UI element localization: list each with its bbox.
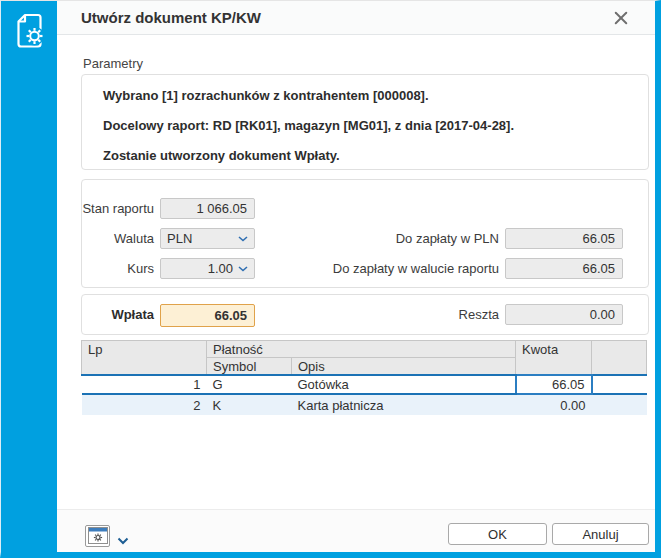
wplata-input[interactable]: 66.05 bbox=[160, 304, 255, 327]
document-gear-icon bbox=[12, 12, 46, 50]
header-platnosc: Płatność bbox=[207, 341, 516, 358]
cell-symbol[interactable]: K bbox=[207, 394, 292, 415]
kurs-select[interactable]: 1.00 bbox=[160, 258, 255, 279]
do-zaplaty-walucie-field: 66.05 bbox=[505, 258, 623, 279]
table-row-karta[interactable]: 2 K Karta płatnicza 0.00 bbox=[82, 394, 647, 415]
cell-symbol[interactable]: G bbox=[207, 375, 292, 394]
cancel-button[interactable]: Anuluj bbox=[552, 523, 649, 545]
kurs-label: Kurs bbox=[82, 261, 154, 276]
stan-raportu-row: Stan raportu 1 066.05 bbox=[82, 198, 648, 219]
summary-line-selection: Wybrano [1] rozrachunków z kontrahentem … bbox=[103, 88, 627, 104]
settings-button[interactable] bbox=[85, 525, 110, 547]
kwota-editor-cell[interactable]: 66.05 bbox=[516, 375, 592, 394]
parameters-group-label: Parametry bbox=[83, 56, 143, 71]
kurs-row: Kurs 1.00 Do zapłaty w walucie raportu 6… bbox=[82, 258, 648, 279]
dialog-title: Utwórz dokument KP/KW bbox=[81, 9, 261, 26]
cell-lp[interactable]: 2 bbox=[82, 394, 207, 415]
header-symbol: Symbol bbox=[207, 358, 292, 376]
reszta-field: 0.00 bbox=[505, 304, 623, 325]
payments-table: Lp Płatność Kwota Symbol Opis 1 G Gotówk… bbox=[81, 340, 647, 415]
chevron-down-icon bbox=[117, 537, 129, 545]
wplata-row: Wpłata 66.05 Reszta 0.00 bbox=[82, 304, 648, 325]
cell-lp[interactable]: 1 bbox=[82, 375, 207, 394]
wplata-label: Wpłata bbox=[82, 307, 154, 322]
close-icon[interactable] bbox=[614, 11, 628, 25]
waluta-value: PLN bbox=[167, 231, 238, 246]
header-lp: Lp bbox=[82, 341, 207, 376]
dialog-accent-sidebar bbox=[1, 1, 57, 552]
cell-opis[interactable]: Gotówka bbox=[292, 375, 516, 394]
stan-raportu-label: Stan raportu bbox=[82, 201, 154, 216]
waluta-label: Waluta bbox=[82, 231, 154, 246]
chevron-down-icon bbox=[238, 266, 248, 272]
do-zaplaty-walucie-label: Do zapłaty w walucie raportu bbox=[292, 261, 499, 276]
header-kwota: Kwota bbox=[516, 341, 592, 376]
cell-kwota[interactable]: 0.00 bbox=[516, 394, 592, 415]
dialog-footer: OK Anuluj bbox=[57, 509, 656, 553]
dialog-titlebar: Utwórz dokument KP/KW bbox=[57, 1, 656, 35]
window-gear-icon bbox=[88, 527, 108, 544]
fields-box: Stan raportu 1 066.05 Waluta PLN Do zapł… bbox=[81, 179, 649, 288]
cell-opis[interactable]: Karta płatnicza bbox=[292, 394, 516, 415]
do-zaplaty-pln-field: 66.05 bbox=[505, 228, 623, 249]
ok-button[interactable]: OK bbox=[448, 523, 547, 545]
waluta-select[interactable]: PLN bbox=[160, 228, 255, 249]
table-header-row-1: Lp Płatność Kwota bbox=[82, 341, 647, 358]
header-extra bbox=[592, 341, 647, 376]
waluta-row: Waluta PLN Do zapłaty w PLN 66.05 bbox=[82, 228, 648, 249]
summary-line-target-report: Docelowy raport: RD [RK01], magazyn [MG0… bbox=[103, 118, 627, 134]
table-row-gotowka[interactable]: 1 G Gotówka 66.05 bbox=[82, 375, 647, 394]
summary-box: Wybrano [1] rozrachunków z kontrahentem … bbox=[81, 74, 649, 170]
dialog-content: Parametry Wybrano [1] rozrachunków z kon… bbox=[57, 36, 656, 509]
create-kpkw-dialog: Utwórz dokument KP/KW Parametry Wybrano … bbox=[0, 0, 661, 558]
kurs-value: 1.00 bbox=[167, 261, 238, 276]
cell-extra bbox=[592, 375, 647, 394]
cell-extra bbox=[592, 394, 647, 415]
summary-line-document-type: Zostanie utworzony dokument Wpłaty. bbox=[103, 148, 627, 164]
settings-expand-chevron[interactable] bbox=[117, 531, 129, 549]
stan-raportu-field: 1 066.05 bbox=[160, 198, 255, 219]
chevron-down-icon bbox=[238, 236, 248, 242]
do-zaplaty-pln-label: Do zapłaty w PLN bbox=[292, 231, 499, 246]
header-opis: Opis bbox=[292, 358, 516, 376]
payment-box: Wpłata 66.05 Reszta 0.00 bbox=[81, 294, 649, 335]
reszta-label: Reszta bbox=[292, 307, 499, 322]
